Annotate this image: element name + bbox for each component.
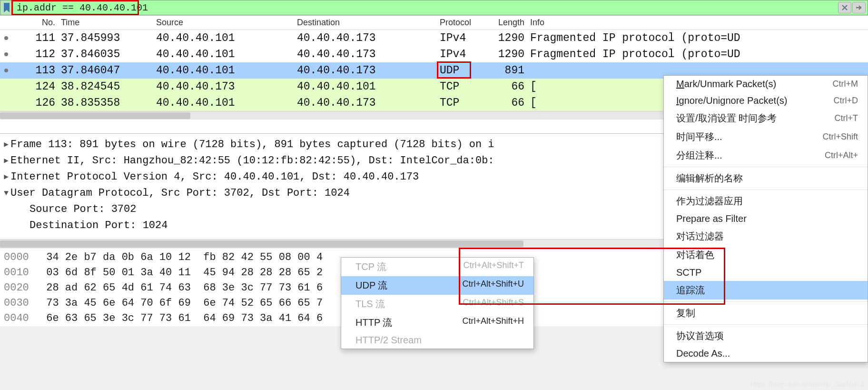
expand-arrow-icon[interactable]: ▼ <box>2 185 10 201</box>
table-row[interactable]: 11237.84603540.40.40.10140.40.40.173IPv4… <box>0 46 868 62</box>
ctx-copy[interactable]: 复制 <box>664 304 868 322</box>
submenu-http-stream[interactable]: HTTP 流Ctrl+Alt+Shift+H <box>341 313 533 332</box>
related-packet-dot-icon <box>4 69 8 72</box>
submenu-udp-stream[interactable]: UDP 流Ctrl+Alt+Shift+U <box>341 276 533 295</box>
ctx-ignore-packet[interactable]: Ignore/Unignore Packet(s) Ctrl+D <box>664 92 868 109</box>
follow-stream-submenu: TCP 流Ctrl+Alt+Shift+T UDP 流Ctrl+Alt+Shif… <box>341 257 534 349</box>
display-filter-bar <box>0 0 868 15</box>
ctx-edit-resolved-name[interactable]: 编辑解析的名称 <box>664 169 868 188</box>
ctx-decode-as[interactable]: Decode As... <box>664 345 868 362</box>
packet-context-menu: Mark/Unmark Packet(s) Ctrl+M Ignore/Unig… <box>663 75 868 362</box>
submenu-tls-stream: TLS 流Ctrl+Alt+Shift+S <box>341 295 533 313</box>
related-packet-dot-icon <box>4 52 8 56</box>
ctx-follow-stream[interactable]: 追踪流 <box>664 281 868 300</box>
ctx-prepare-as-filter[interactable]: Prepare as Filter <box>664 210 868 227</box>
ctx-protocol-preferences[interactable]: 协议首选项 <box>664 327 868 345</box>
ctx-apply-as-filter[interactable]: 作为过滤器应用 <box>664 192 868 210</box>
col-src[interactable]: Source <box>153 18 294 28</box>
ctx-packet-comment[interactable]: 分组注释...Ctrl+Alt+ <box>664 146 868 165</box>
clear-filter-button[interactable] <box>838 2 851 13</box>
table-row[interactable]: 11137.84599340.40.40.10140.40.40.173IPv4… <box>0 30 868 46</box>
ctx-time-shift[interactable]: 时间平移...Ctrl+Shift <box>664 128 868 146</box>
related-packet-dot-icon <box>4 36 8 40</box>
expand-arrow-icon[interactable]: ▶ <box>2 169 10 185</box>
col-time[interactable]: Time <box>58 18 153 28</box>
col-proto[interactable]: Protocol <box>437 18 486 28</box>
col-no[interactable]: No. <box>12 18 58 28</box>
watermark: https://blog.csdn.net/weixin_39510813 <box>751 380 864 388</box>
expand-arrow-icon[interactable]: ▶ <box>2 137 10 153</box>
apply-filter-button[interactable] <box>852 2 866 13</box>
display-filter-input[interactable] <box>13 1 837 14</box>
submenu-http2-stream: HTTP/2 Stream <box>341 332 533 349</box>
ctx-mark-packet[interactable]: Mark/Unmark Packet(s) Ctrl+M <box>664 76 868 92</box>
submenu-tcp-stream: TCP 流Ctrl+Alt+Shift+T <box>341 258 533 276</box>
ctx-time-reference[interactable]: 设置/取消设置 时间参考Ctrl+T <box>664 109 868 128</box>
col-len[interactable]: Length <box>486 18 527 28</box>
ctx-conversation-filter[interactable]: 对话过滤器 <box>664 227 868 246</box>
col-dst[interactable]: Destination <box>294 18 437 28</box>
ctx-colorize-conversation[interactable]: 对话着色 <box>664 246 868 264</box>
bookmark-icon[interactable] <box>0 0 13 15</box>
packet-list-header[interactable]: No. Time Source Destination Protocol Len… <box>0 16 868 30</box>
expand-arrow-icon[interactable]: ▶ <box>2 153 10 169</box>
col-info[interactable]: Info <box>527 18 868 28</box>
ctx-sctp[interactable]: SCTP <box>664 264 868 281</box>
